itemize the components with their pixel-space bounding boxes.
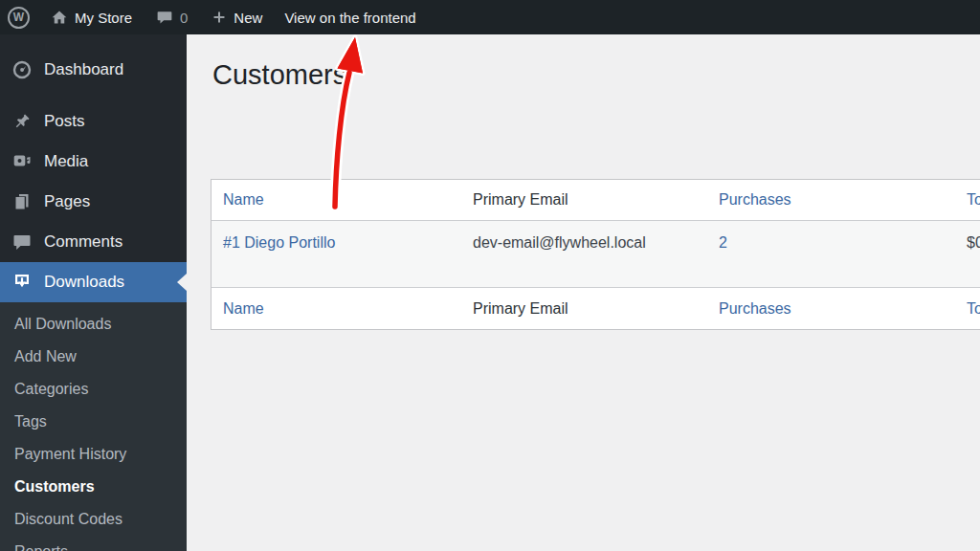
comment-bubble-icon: [11, 231, 33, 253]
customers-table: Name Primary Email Purchases Total Spent…: [211, 179, 980, 330]
main-content: Customers Name Primary Email Purchases T…: [187, 34, 980, 551]
wordpress-logo-icon: W: [8, 7, 30, 29]
submenu-categories[interactable]: Categories: [0, 373, 187, 406]
column-header-total[interactable]: Total Spent: [967, 191, 980, 209]
sidebar-item-label: Comments: [44, 232, 122, 252]
media-icon: [11, 151, 33, 172]
customer-email: dev-email@flywheel.local: [473, 234, 646, 252]
column-footer-name[interactable]: Name: [223, 300, 264, 318]
column-footer-purchases[interactable]: Purchases: [719, 300, 791, 318]
view-frontend-link[interactable]: View on the frontend: [284, 0, 415, 34]
new-content-button[interactable]: New: [212, 0, 262, 34]
admin-sidebar: Dashboard Posts Media Pages Comments Dow…: [0, 34, 187, 551]
sidebar-item-label: Dashboard: [44, 60, 123, 79]
sidebar-item-posts[interactable]: Posts: [0, 101, 187, 142]
pages-icon: [11, 191, 33, 212]
sidebar-item-dashboard[interactable]: Dashboard: [0, 50, 187, 90]
submenu-add-new[interactable]: Add New: [0, 341, 187, 373]
site-name-link[interactable]: My Store: [51, 0, 132, 34]
table-row: #1 Diego Portillo dev-email@flywheel.loc…: [212, 221, 980, 288]
column-header-name[interactable]: Name: [223, 191, 264, 209]
download-icon: [11, 272, 33, 293]
submenu-payment-history[interactable]: Payment History: [0, 438, 187, 471]
column-footer-email: Primary Email: [473, 300, 568, 318]
column-footer-total[interactable]: Total Spent: [967, 300, 980, 318]
page-title: Customers: [212, 59, 346, 91]
plus-icon: [212, 10, 227, 25]
sidebar-item-downloads[interactable]: Downloads: [0, 262, 187, 302]
submenu-label: Categories: [14, 381, 88, 398]
submenu-label: Payment History: [14, 446, 126, 463]
sidebar-item-label: Pages: [44, 192, 90, 211]
sidebar-item-pages[interactable]: Pages: [0, 182, 187, 222]
table-header-row: Name Primary Email Purchases Total Spent: [212, 180, 980, 221]
submenu-label: Reports: [14, 543, 68, 551]
pushpin-icon: [11, 111, 33, 132]
table-footer-row: Name Primary Email Purchases Total Spent: [212, 288, 980, 329]
sidebar-item-label: Posts: [44, 112, 85, 131]
column-header-purchases[interactable]: Purchases: [719, 191, 791, 209]
column-header-email: Primary Email: [473, 191, 568, 209]
submenu-label: Add New: [14, 348, 77, 365]
sidebar-item-media[interactable]: Media: [0, 142, 187, 182]
new-label: New: [234, 10, 262, 26]
customer-purchases-link[interactable]: 2: [719, 234, 727, 252]
submenu-customers[interactable]: Customers: [0, 471, 187, 503]
sidebar-item-label: Media: [44, 152, 88, 171]
comment-bubble-icon: [156, 9, 173, 26]
home-icon: [51, 9, 68, 26]
submenu-discount-codes[interactable]: Discount Codes: [0, 503, 187, 536]
submenu-label: Tags: [14, 413, 47, 430]
site-name-label: My Store: [75, 10, 132, 26]
submenu-reports[interactable]: Reports: [0, 536, 187, 551]
dashboard-gauge-icon: [11, 59, 33, 80]
submenu-tags[interactable]: Tags: [0, 406, 187, 438]
customer-total-spent: $0.00: [967, 234, 980, 252]
submenu-label: Customers: [14, 478, 95, 496]
sidebar-item-comments[interactable]: Comments: [0, 222, 187, 262]
view-frontend-label: View on the frontend: [284, 10, 415, 26]
admin-bar: W My Store 0 New View on the frontend: [0, 0, 980, 34]
downloads-submenu: All Downloads Add New Categories Tags Pa…: [0, 302, 187, 551]
submenu-label: Discount Codes: [14, 511, 122, 528]
customer-name-link[interactable]: #1 Diego Portillo: [223, 234, 335, 252]
submenu-all-downloads[interactable]: All Downloads: [0, 308, 187, 341]
comments-link[interactable]: 0: [156, 0, 188, 34]
comments-count: 0: [180, 10, 188, 26]
sidebar-item-label: Downloads: [44, 273, 124, 292]
wordpress-menu-button[interactable]: W: [8, 0, 51, 34]
submenu-label: All Downloads: [14, 316, 111, 333]
